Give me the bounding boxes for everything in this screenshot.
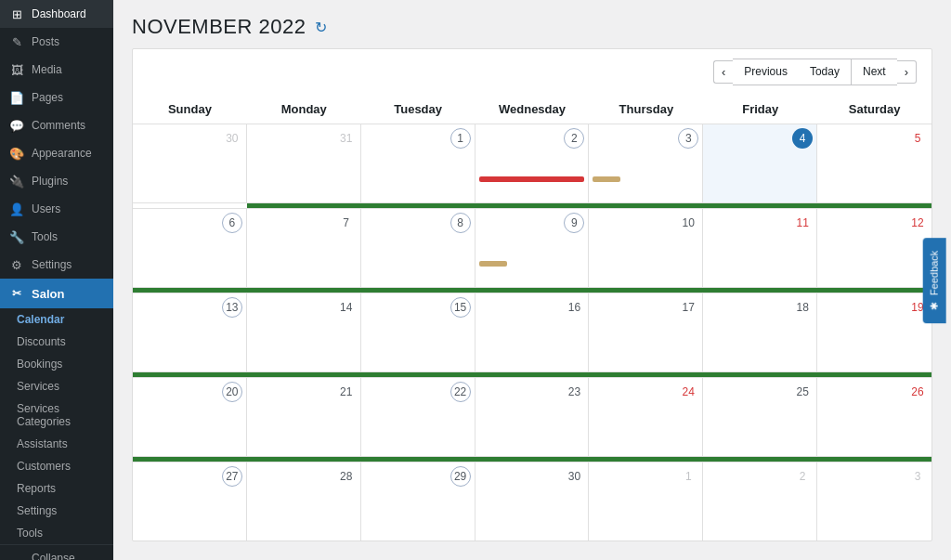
- cal-day-14[interactable]: 14: [247, 293, 361, 371]
- cal-day-18[interactable]: 18: [703, 293, 817, 371]
- cal-day-5[interactable]: 5: [817, 124, 931, 202]
- cal-day-6[interactable]: 6: [133, 209, 247, 287]
- green-event-bar: [247, 203, 931, 208]
- cal-day-12[interactable]: 12: [817, 209, 931, 287]
- col-wednesday: Wednesday: [476, 95, 590, 124]
- day-number: 15: [450, 297, 471, 318]
- cal-day-29[interactable]: 29: [361, 462, 476, 540]
- day-number: 30: [564, 466, 584, 487]
- next-arrow-button[interactable]: ›: [897, 60, 917, 84]
- sidebar-item-settings[interactable]: ⚙ Settings: [0, 251, 113, 279]
- cal-day-11[interactable]: 11: [703, 209, 817, 287]
- cal-day-23[interactable]: 23: [476, 378, 590, 456]
- sidebar-label-users: Users: [32, 202, 60, 215]
- cal-day-22[interactable]: 22: [361, 378, 476, 456]
- posts-icon: ✎: [9, 34, 24, 49]
- sidebar-label-posts: Posts: [32, 35, 59, 48]
- cal-day-1-dec[interactable]: 1: [589, 462, 703, 540]
- prev-button[interactable]: Previous: [733, 59, 799, 85]
- col-tuesday: Tuesday: [361, 95, 476, 124]
- pages-icon: 📄: [9, 90, 24, 105]
- cal-day-30[interactable]: 30: [476, 462, 590, 540]
- calendar-week-3: 13 14 15 16 17 18: [133, 293, 931, 372]
- sidebar-sub-services-categories[interactable]: Services Categories: [0, 397, 113, 433]
- cal-day-4-today[interactable]: 4: [703, 124, 817, 202]
- sidebar-sub-assistants[interactable]: Assistants: [0, 433, 113, 455]
- collapse-menu-item[interactable]: ◀ Collapse menu: [0, 545, 113, 560]
- sidebar-item-users[interactable]: 👤 Users: [0, 195, 113, 223]
- cal-day-10[interactable]: 10: [589, 209, 703, 287]
- plugins-icon: 🔌: [9, 174, 24, 189]
- comments-icon: 💬: [9, 118, 24, 133]
- sidebar-sub-discounts[interactable]: Discounts: [0, 331, 113, 353]
- cal-day-8[interactable]: 8: [361, 209, 476, 287]
- sidebar-label-dashboard: Dashboard: [32, 7, 86, 20]
- day-number: 31: [336, 128, 357, 149]
- calendar-week-1: 30 31 1 2 3: [133, 124, 931, 203]
- day-number: 2: [792, 466, 813, 487]
- green-event-bar: [133, 372, 931, 377]
- sidebar-item-pages[interactable]: 📄 Pages: [0, 84, 113, 111]
- cal-day-19[interactable]: 19: [817, 293, 931, 371]
- sidebar-label-pages: Pages: [32, 91, 63, 104]
- cal-day-28[interactable]: 28: [247, 462, 361, 540]
- cal-day-31-oct[interactable]: 31: [247, 124, 361, 202]
- cal-day-30-oct[interactable]: 30: [133, 124, 247, 202]
- cal-day-21[interactable]: 21: [247, 378, 361, 456]
- sidebar-item-dashboard[interactable]: ⊞ Dashboard: [0, 0, 113, 28]
- day-number: 10: [678, 213, 698, 233]
- day-number: 13: [222, 297, 242, 318]
- sidebar-item-salon[interactable]: ✂ Salon: [0, 279, 113, 308]
- calendar-grid: Sunday Monday Tuesday Wednesday Thursday…: [133, 95, 931, 540]
- col-saturday: Saturday: [817, 95, 931, 124]
- cal-day-3[interactable]: 3: [589, 124, 703, 202]
- cal-day-15[interactable]: 15: [361, 293, 476, 371]
- cal-day-1[interactable]: 1: [361, 124, 476, 202]
- feedback-tab[interactable]: ✱ Feedback: [922, 237, 945, 322]
- calendar-nav: ‹ Previous Today Next ›: [133, 49, 931, 95]
- today-button[interactable]: Today: [799, 59, 851, 85]
- sidebar-sub-calendar[interactable]: Calendar: [0, 308, 113, 331]
- green-event-bar: [133, 288, 931, 293]
- cal-day-16[interactable]: 16: [476, 293, 590, 371]
- day-number: 21: [336, 382, 357, 402]
- cal-day-13[interactable]: 13: [133, 293, 247, 371]
- col-friday: Friday: [703, 95, 817, 124]
- sidebar-item-posts[interactable]: ✎ Posts: [0, 28, 113, 56]
- cal-day-17[interactable]: 17: [589, 293, 703, 371]
- prev-arrow-button[interactable]: ‹: [713, 60, 733, 84]
- green-event-bar: [133, 457, 931, 462]
- col-thursday: Thursday: [589, 95, 703, 124]
- cal-day-2-dec[interactable]: 2: [703, 462, 817, 540]
- sidebar-sub-services[interactable]: Services: [0, 375, 113, 397]
- cal-day-9[interactable]: 9: [476, 209, 590, 287]
- sidebar-item-tools[interactable]: 🔧 Tools: [0, 223, 113, 251]
- cal-day-26[interactable]: 26: [817, 378, 931, 456]
- refresh-icon[interactable]: ↻: [315, 19, 327, 36]
- sidebar-item-plugins[interactable]: 🔌 Plugins: [0, 167, 113, 195]
- collapse-menu[interactable]: ◀ Collapse menu: [0, 544, 113, 560]
- cal-day-24[interactable]: 24: [589, 378, 703, 456]
- cal-day-3-dec[interactable]: 3: [817, 462, 931, 540]
- cal-day-2[interactable]: 2: [476, 124, 590, 202]
- sidebar-sub-salon-tools[interactable]: Tools: [0, 522, 113, 544]
- sidebar-label-settings: Settings: [32, 258, 72, 271]
- day-number: 30: [222, 128, 242, 149]
- sidebar-sub-customers[interactable]: Customers: [0, 455, 113, 477]
- sidebar-sub-bookings[interactable]: Bookings: [0, 353, 113, 375]
- sidebar-label-appearance: Appearance: [32, 147, 92, 160]
- sidebar-item-appearance[interactable]: 🎨 Appearance: [0, 139, 113, 167]
- sidebar-sub-salon-settings[interactable]: Settings: [0, 500, 113, 522]
- cal-day-25[interactable]: 25: [703, 378, 817, 456]
- sidebar-item-media[interactable]: 🖼 Media: [0, 56, 113, 84]
- cal-day-20[interactable]: 20: [133, 378, 247, 456]
- sidebar-item-comments[interactable]: 💬 Comments: [0, 111, 113, 139]
- sidebar-sub-reports[interactable]: Reports: [0, 477, 113, 500]
- day-number: 1: [450, 128, 471, 149]
- day-number: 18: [792, 297, 813, 318]
- page-header: NOVEMBER 2022 ↻: [113, 0, 951, 48]
- cal-day-27[interactable]: 27: [133, 462, 247, 540]
- dashboard-icon: ⊞: [9, 7, 24, 21]
- cal-day-7[interactable]: 7: [247, 209, 361, 287]
- next-button[interactable]: Next: [851, 59, 897, 85]
